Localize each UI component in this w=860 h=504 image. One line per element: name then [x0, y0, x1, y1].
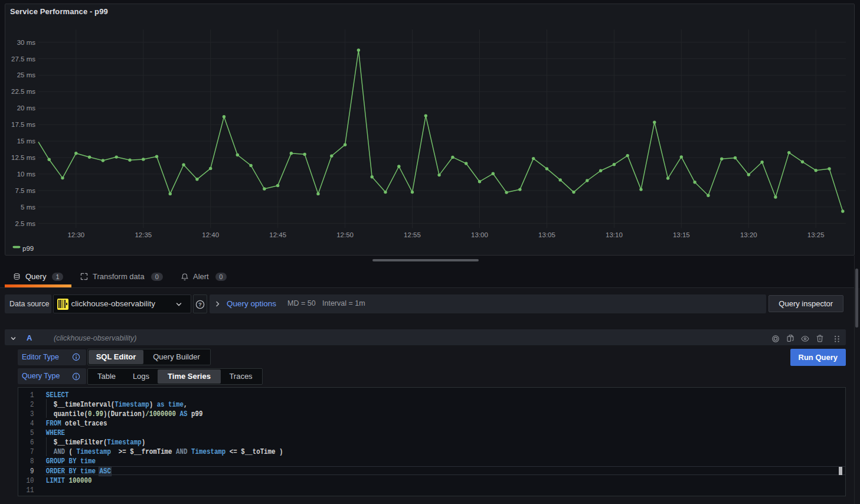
svg-text:10 ms: 10 ms	[17, 171, 36, 178]
svg-text:?: ?	[198, 301, 202, 307]
svg-text:12:30: 12:30	[67, 231, 84, 238]
svg-text:30 ms: 30 ms	[17, 39, 36, 46]
svg-text:17.5 ms: 17.5 ms	[11, 121, 35, 128]
svg-text:7.5 ms: 7.5 ms	[15, 187, 35, 194]
svg-text:p99: p99	[22, 245, 34, 252]
svg-text:12:35: 12:35	[135, 231, 152, 238]
svg-text:13:00: 13:00	[471, 231, 488, 238]
svg-text:13:20: 13:20	[740, 231, 757, 238]
svg-text:20 ms: 20 ms	[17, 104, 36, 112]
svg-text:13:05: 13:05	[538, 231, 555, 238]
svg-text:13:25: 13:25	[807, 231, 825, 238]
svg-text:5 ms: 5 ms	[21, 204, 35, 211]
svg-text:15 ms: 15 ms	[17, 138, 36, 145]
svg-text:12:40: 12:40	[202, 231, 219, 238]
svg-text:25 ms: 25 ms	[17, 71, 36, 78]
svg-text:12:50: 12:50	[336, 231, 354, 238]
svg-text:27.5 ms: 27.5 ms	[11, 55, 35, 63]
svg-text:2.5 ms: 2.5 ms	[15, 220, 35, 227]
svg-text:22.5 ms: 22.5 ms	[11, 88, 35, 95]
svg-text:12.5 ms: 12.5 ms	[11, 154, 35, 161]
svg-text:12:55: 12:55	[404, 231, 421, 238]
svg-text:12:45: 12:45	[269, 231, 286, 238]
svg-text:13:10: 13:10	[606, 231, 623, 238]
svg-text:13:15: 13:15	[673, 231, 690, 238]
